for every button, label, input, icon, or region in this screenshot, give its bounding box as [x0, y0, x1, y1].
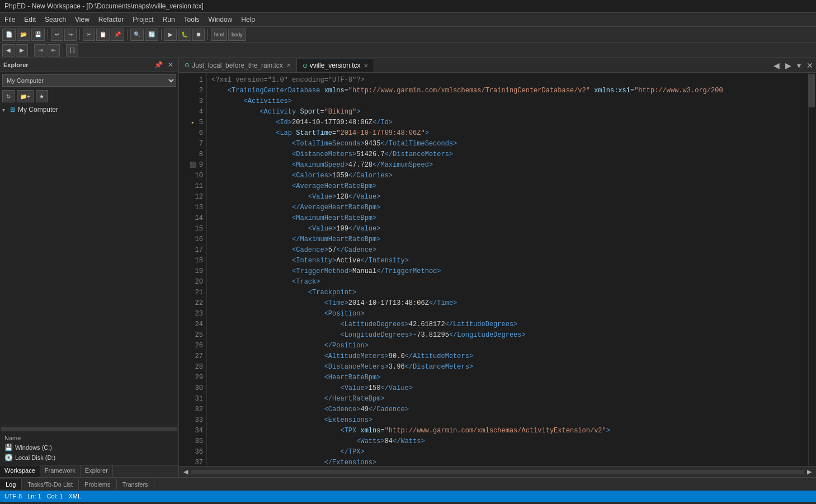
new-btn[interactable]: 📄 [2, 29, 16, 41]
line-num-21: 21 [182, 288, 203, 298]
redo-btn[interactable]: ↪ [64, 29, 77, 41]
marker-17 [185, 247, 193, 255]
marker-18 [185, 257, 193, 265]
paste-btn[interactable]: 📌 [111, 29, 124, 41]
line-num-28: 28 [182, 362, 203, 373]
marker-7 [189, 140, 197, 148]
tab-just-local[interactable]: ⊙ Just_local_before_the_rain.tcx ✕ [179, 59, 297, 72]
outdent-btn[interactable]: ⇤ [48, 44, 60, 56]
file-tree-spacer [0, 266, 178, 426]
tab-close-editor[interactable]: ✕ [804, 60, 816, 71]
marker-13 [185, 204, 193, 212]
left-hscroll[interactable] [1, 427, 177, 431]
left-panel-bottom-tabs: Workspace Framework Explorer [0, 465, 178, 477]
tab-explorer[interactable]: Explorer [81, 465, 113, 477]
refresh-btn[interactable]: ↻ [2, 90, 15, 102]
line-num-3: 3 [182, 96, 203, 107]
run-btn[interactable]: ▶ [164, 29, 177, 41]
marker-3 [189, 98, 197, 106]
save-btn[interactable]: 💾 [31, 29, 45, 41]
marker-10 [185, 172, 193, 180]
computer-dropdown[interactable]: My Computer [2, 74, 176, 87]
line-num-13: 13 [182, 202, 203, 213]
menu-search[interactable]: Search [40, 14, 70, 25]
editor-hscroll[interactable] [191, 470, 804, 474]
right-scrollbar[interactable] [808, 73, 816, 466]
menu-window[interactable]: Window [204, 14, 237, 25]
stop-btn[interactable]: ⏹ [192, 29, 205, 41]
scroll-thumb[interactable] [808, 74, 815, 107]
code-line-30: <Value>150</Value> [211, 383, 804, 394]
tab-framework[interactable]: Framework [40, 465, 81, 477]
code-line-9: <MaximumSpeed>47.728</MaximumSpeed> [211, 160, 804, 171]
app-title: PhpED - New Workspace - [D:\Documents\ma… [4, 2, 204, 10]
copy-btn[interactable]: 📋 [96, 29, 110, 41]
pin-explorer-btn[interactable]: 📌 [153, 60, 164, 69]
menu-project[interactable]: Project [128, 14, 158, 25]
drive-c[interactable]: 💾 Windows (C:) [2, 442, 176, 453]
body-btn[interactable]: body [228, 29, 246, 41]
code-line-26: </Position> [211, 341, 804, 351]
cut-btn[interactable]: ✂ [83, 29, 95, 41]
menu-run[interactable]: Run [158, 14, 180, 25]
toolbar-2: ◀ ▶ ⇥ ⇤ { } [0, 43, 816, 58]
code-content[interactable]: <?xml version="1.0" encoding="UTF-8"?> <… [207, 73, 808, 466]
next-btn[interactable]: ▶ [16, 44, 28, 56]
indent-btn[interactable]: ⇥ [34, 44, 46, 56]
tab-close-2[interactable]: ✕ [364, 63, 368, 69]
menu-help[interactable]: Help [237, 14, 260, 25]
line-num-4: 4 [182, 107, 203, 117]
code-format-btn[interactable]: { } [66, 44, 78, 56]
drive-d-label: Local Disk (D:) [15, 454, 55, 461]
hscroll-left-btn[interactable]: ◀ [181, 468, 190, 475]
open-btn[interactable]: 📂 [17, 29, 30, 41]
name-header: Name [2, 434, 176, 442]
tab-workspace[interactable]: Workspace [0, 465, 40, 477]
marker-4 [189, 109, 197, 116]
menu-view[interactable]: View [70, 14, 94, 25]
code-line-3: <Activities> [211, 96, 804, 107]
tab-nav-right[interactable]: ▶ [782, 60, 794, 71]
replace-btn[interactable]: 🔄 [145, 29, 158, 41]
code-line-12: <Value>128</Value> [211, 192, 804, 202]
line-num-36: 36 [182, 447, 203, 458]
prev-btn[interactable]: ◀ [2, 44, 15, 56]
bottom-tab-transfers[interactable]: Transfers [117, 479, 154, 489]
bottom-tab-problems[interactable]: Problems [79, 479, 116, 489]
code-line-16: </MaximumHeartRateBpm> [211, 234, 804, 245]
marker-22 [185, 300, 193, 308]
menu-edit[interactable]: Edit [20, 14, 40, 25]
tab-icon-1: ⊙ [185, 62, 190, 69]
code-line-23: <Position> [211, 309, 804, 319]
undo-btn[interactable]: ↩ [51, 29, 63, 41]
menu-tools[interactable]: Tools [180, 14, 204, 25]
new-folder-btn[interactable]: 📁+ [17, 90, 34, 102]
code-line-8: <DistanceMeters>51426.7</DistanceMeters> [211, 149, 804, 160]
marker-21 [185, 289, 193, 297]
line-num-23: 23 [182, 309, 203, 319]
bookmark-btn[interactable]: ★ [36, 90, 48, 102]
menu-refactor[interactable]: Refactor [94, 14, 128, 25]
search-btn[interactable]: 🔍 [130, 29, 144, 41]
marker-30 [185, 385, 193, 393]
drive-d[interactable]: 💽 Local Disk (D:) [2, 453, 176, 463]
tab-nav-down[interactable]: ▾ [794, 60, 804, 71]
tab-close-1[interactable]: ✕ [286, 62, 291, 68]
line-num-12: 12 [182, 192, 203, 202]
tab-nav-left[interactable]: ◀ [771, 60, 782, 71]
close-explorer-btn[interactable]: ✕ [166, 60, 175, 69]
code-line-5: <Id>2014-10-17T09:48:06Z</Id> [211, 117, 804, 128]
tab-vville[interactable]: ⊙ vville_version.tcx ✕ [297, 59, 375, 72]
bottom-tab-tasks[interactable]: Tasks/To-Do List [22, 479, 79, 489]
code-line-32: <Cadence>49</Cadence> [211, 404, 804, 415]
marker-6 [189, 130, 197, 138]
tree-item-computer[interactable]: ▾ 🖥 My Computer [0, 105, 178, 115]
code-editor: 1 2 3 4 ▸5 6 7 8 ⬛9 10 11 12 13 14 15 16… [179, 73, 816, 466]
line-num-37: 37 [182, 458, 203, 466]
debug-btn[interactable]: 🐛 [178, 29, 191, 41]
bottom-tab-log[interactable]: Log [0, 479, 22, 489]
file-list-section: Name 💾 Windows (C:) 💽 Local Disk (D:) [0, 431, 178, 465]
menu-file[interactable]: File [0, 14, 20, 25]
hscroll-right-btn[interactable]: ▶ [805, 468, 814, 475]
format-btn[interactable]: html [211, 29, 227, 41]
